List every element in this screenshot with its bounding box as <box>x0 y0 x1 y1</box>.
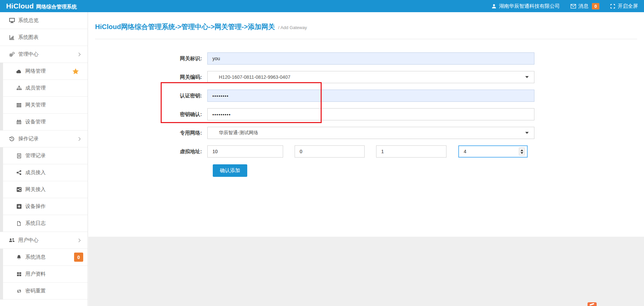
sidebar-item-5[interactable]: 成员管理 <box>0 80 88 97</box>
sidebar-item-label: 操作记录 <box>18 136 39 142</box>
star-icon <box>72 68 79 74</box>
repeat-icon <box>16 289 22 293</box>
sidebar-item-label: 用户中心 <box>18 237 39 243</box>
gateway-code-label: 网关编码: <box>88 74 207 80</box>
gateway-code-select[interactable]: H120-1607-0811-0812-9963-0407 <box>207 71 534 83</box>
messages-label: 消息 <box>578 3 589 9</box>
number-spinner[interactable] <box>519 147 525 156</box>
share-icon <box>16 170 22 175</box>
sidebar-item-11[interactable]: 网关接入 <box>0 181 88 198</box>
private-network-select[interactable]: 华辰智通-测试网络 <box>207 127 534 139</box>
gateway-id-input[interactable] <box>207 52 534 65</box>
chevron-right-icon <box>78 52 81 56</box>
fullscreen-label: 开启全屏 <box>618 3 638 9</box>
share-square-icon <box>16 187 22 192</box>
sidebar-item-16[interactable]: 用户资料 <box>0 266 88 283</box>
sidebar-item-label: 设备操作 <box>25 203 46 210</box>
spinner-down-icon[interactable] <box>521 152 523 154</box>
sidebar-item-9[interactable]: 管理记录 <box>0 147 88 164</box>
topbar-fullscreen[interactable]: 开启全屏 <box>610 3 638 9</box>
fullscreen-icon <box>610 4 615 9</box>
private-network-row: 专用网络: 华辰智通-测试网络 <box>88 127 644 139</box>
virtual-address-octet-3[interactable] <box>376 145 446 158</box>
topbar-right: 湖南华辰智通科技有限公司 消息 0 开启全屏 <box>491 3 638 9</box>
sidebar-item-label: 网关管理 <box>25 102 46 108</box>
sidebar-item-label: 管理记录 <box>25 152 46 159</box>
grid-large-icon <box>16 272 22 277</box>
sidebar-item-label: 系统图表 <box>18 34 39 41</box>
chevron-right-icon <box>78 137 81 141</box>
user-icon <box>491 4 497 9</box>
sidebar-item-17[interactable]: 密码重置 <box>0 283 88 300</box>
chevron-down-icon <box>525 132 529 134</box>
key-confirm-label: 密钥确认: <box>88 111 207 118</box>
message-count-badge: 0 <box>592 3 599 9</box>
sidebar-item-label: 网关接入 <box>25 186 46 193</box>
gears-icon <box>8 52 15 57</box>
sidebar: 系统总览系统图表管理中心网络管理成员管理网关管理设备管理操作记录管理记录成员接入… <box>0 12 88 306</box>
auth-key-row: 认证密钥: <box>88 90 644 102</box>
virtual-address-octet-2[interactable] <box>295 145 365 158</box>
sidebar-item-13[interactable]: 系统日志 <box>0 215 88 232</box>
sidebar-item-label: 管理中心 <box>18 51 39 57</box>
users-icon <box>8 238 15 243</box>
private-network-label: 专用网络: <box>88 130 207 136</box>
gateway-code-value: H120-1607-0811-0812-9963-0407 <box>219 74 290 80</box>
virtual-address-octet-1[interactable] <box>207 145 283 158</box>
sidebar-item-label: 系统日志 <box>25 220 46 227</box>
auth-key-input[interactable] <box>207 90 534 102</box>
private-network-value: 华辰智通-测试网络 <box>219 130 258 136</box>
sidebar-item-2[interactable]: 系统图表 <box>0 29 88 46</box>
sidebar-item-4[interactable]: 网络管理 <box>0 63 88 80</box>
virtual-address-octet-4-wrap <box>458 145 528 158</box>
breadcrumb: HiCloud网络综合管理系统->管理中心->网关管理->添加网关 / Add … <box>95 12 637 39</box>
envelope-icon <box>571 4 576 8</box>
virtual-address-label: 虚拟地址: <box>88 148 207 155</box>
gateway-id-label: 网关标识: <box>88 55 207 62</box>
sidebar-item-3[interactable]: 管理中心 <box>0 46 88 63</box>
sidebar-item-label: 设备管理 <box>25 119 46 125</box>
sidebar-item-12[interactable]: 设备操作 <box>0 198 88 215</box>
spinner-up-icon[interactable] <box>521 149 523 151</box>
add-gateway-form: 网关标识: 网关编码: H120-1607-0811-0812-9963-040… <box>88 39 644 177</box>
sidebar-item-label: 网络管理 <box>25 68 46 74</box>
company-name: 湖南华辰智通科技有限公司 <box>499 3 560 9</box>
brand-logo[interactable]: HiCloud 网络综合管理系统 <box>6 2 77 10</box>
sidebar-item-7[interactable]: 设备管理 <box>0 114 88 131</box>
file-text-icon <box>16 153 22 159</box>
brand-name: HiCloud <box>6 2 34 10</box>
sidebar-item-label: 用户资料 <box>25 271 46 277</box>
chevron-down-icon <box>525 76 529 78</box>
sidebar-item-8[interactable]: 操作记录 <box>0 131 88 147</box>
page-title: HiCloud网络综合管理系统->管理中心->网关管理->添加网关 <box>95 23 275 30</box>
gateway-id-row: 网关标识: <box>88 52 644 65</box>
sitemap-icon <box>16 86 22 91</box>
sidebar-item-label: 成员管理 <box>25 85 46 91</box>
sidebar-item-15[interactable]: 系统消息0 <box>0 249 88 266</box>
bar-chart-icon <box>8 35 15 40</box>
auth-key-label: 认证密钥: <box>88 93 207 99</box>
history-icon <box>8 136 15 141</box>
sidebar-item-6[interactable]: 网关管理 <box>0 97 88 114</box>
chat-widget-icon[interactable] <box>588 302 597 306</box>
page-subtitle: / Add Gateway <box>278 25 307 30</box>
sidebar-item-14[interactable]: 用户中心 <box>0 232 88 249</box>
sidebar-item-1[interactable]: 系统总览 <box>0 12 88 29</box>
key-confirm-row: 密钥确认: <box>88 108 644 120</box>
sidebar-item-label: 系统消息 <box>25 254 46 260</box>
grid-icon <box>16 103 22 108</box>
chevron-right-icon <box>78 238 81 242</box>
topbar-messages[interactable]: 消息 0 <box>571 3 599 9</box>
sidebar-item-10[interactable]: 成员接入 <box>0 164 88 181</box>
confirm-add-button[interactable]: 确认添加 <box>213 164 247 177</box>
sidebar-item-label: 密码重置 <box>25 288 46 294</box>
sidebar-item-label: 系统总览 <box>18 17 39 24</box>
virtual-address-row: 虚拟地址: <box>88 145 644 158</box>
topbar-company[interactable]: 湖南华辰智通科技有限公司 <box>491 3 560 9</box>
virtual-address-octet-4[interactable] <box>458 145 528 158</box>
main-content: HiCloud网络综合管理系统->管理中心->网关管理->添加网关 / Add … <box>88 12 644 306</box>
cloud-icon <box>16 69 22 74</box>
key-confirm-input[interactable] <box>207 108 534 120</box>
file-icon <box>16 221 22 226</box>
content-panel: HiCloud网络综合管理系统->管理中心->网关管理->添加网关 / Add … <box>88 12 644 237</box>
